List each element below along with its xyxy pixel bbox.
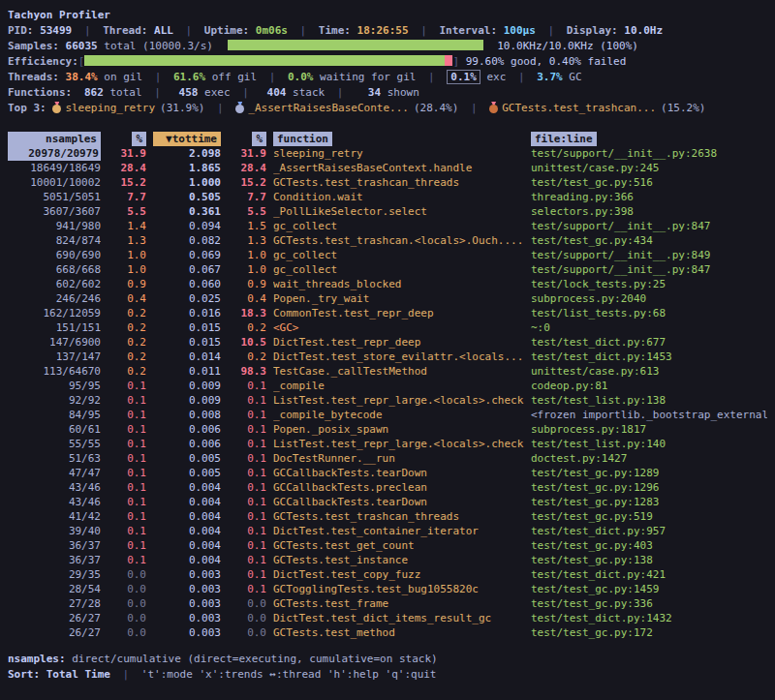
nsamples-value: 84/95 [69,409,101,421]
nsamples-cell: 43/46 [8,495,101,509]
function-cell: GCTests.test_frame [273,596,524,611]
table-row[interactable]: 43/46 0.1 0.004 0.1 GCCallbackTests.tear… [8,495,767,509]
table-row[interactable]: 824/874 1.3 0.082 1.3 GCTests.test_trash… [8,233,767,248]
divider: | [269,71,276,83]
table-row[interactable]: 147/6900 0.2 0.015 10.5 DictTest.test_re… [8,335,767,350]
tottime-pct-cell: 31.9 [228,146,266,161]
sample-pct-cell: 0.2 [108,320,146,335]
table-row[interactable]: 47/47 0.1 0.005 0.1 GCCallbackTests.tear… [8,466,767,480]
nsamples-value: 602/602 [56,278,101,290]
table-row[interactable]: 690/690 1.0 0.069 1.0 gc_collect test/su… [8,248,767,262]
col-function[interactable]: function [273,132,332,146]
tottime-pct-cell: 0.0 [228,596,266,611]
function-cell: CommonTest.test_repr_deep [273,306,524,320]
samples-total-text: total (10000.3/s) [104,40,213,52]
functions-total-label: total [109,86,141,99]
nsamples-value: 10001/10002 [30,176,101,189]
table-row[interactable]: 162/12059 0.2 0.016 18.3 CommonTest.test… [8,306,767,320]
fileline-cell: test/test_dict.py:1432 [531,611,767,625]
sample-pct-cell: 1.0 [108,248,146,262]
sample-pct-cell: 0.1 [108,495,146,509]
function-cell: GCTests.test_method [273,625,524,640]
nsamples-value: 3607/3607 [43,205,101,218]
thread-value[interactable]: ALL [154,24,173,37]
table-row[interactable]: 10001/10002 15.2 1.000 15.2 GCTests.test… [8,175,767,190]
table-row[interactable]: 20978/20979 31.9 2.098 31.9 sleeping_ret… [8,146,767,161]
col-fileline[interactable]: file:line [531,132,597,146]
table-row[interactable]: 92/92 0.1 0.009 0.1 ListTest.test_repr_l… [8,393,767,408]
col-tottime[interactable]: ▼tottime [153,132,221,146]
table-row[interactable]: 84/95 0.1 0.008 0.1 _compile_bytecode <f… [8,408,767,422]
legend-line: nsamples: direct/cumulative (direct=exec… [8,652,767,667]
nsamples-cell: 92/92 [8,393,101,408]
table-row[interactable]: 246/246 0.4 0.025 0.4 Popen._try_wait su… [8,291,767,306]
functions-exec-value: 458 [172,85,198,101]
sample-pct-cell: 0.1 [108,553,146,567]
table-row[interactable]: 26/27 0.0 0.003 0.0 GCTests.test_method … [8,625,767,640]
table-row[interactable]: 26/27 0.0 0.003 0.0 DictTest.test_dict_i… [8,611,767,625]
tottime-pct-cell: 1.5 [228,219,266,233]
tottime-cell: 1.865 [153,161,221,175]
nsamples-cell: 84/95 [8,408,101,422]
col-nsamples[interactable]: nsamples [8,132,101,146]
sort-label: Sort: [8,668,40,681]
fileline-cell: test/test_gc.py:1296 [531,480,767,495]
table-row[interactable]: 29/35 0.0 0.003 0.1 DictTest.test_copy_f… [8,567,767,582]
col-sample-pct[interactable]: % [132,132,146,146]
display-value: 10.0Hz [624,24,663,37]
table-row[interactable]: 668/668 1.0 0.067 1.0 gc_collect test/su… [8,262,767,277]
table-row[interactable]: 36/37 0.1 0.004 0.1 GCTests.test_instanc… [8,553,767,567]
sample-pct-cell: 0.0 [108,611,146,625]
table-row[interactable]: 36/37 0.1 0.004 0.1 GCTests.test_get_cou… [8,538,767,553]
nsamples-cell: 137/147 [8,350,101,364]
nsamples-cell: 151/151 [8,320,101,335]
table-row[interactable]: 43/46 0.1 0.004 0.1 GCCallbackTests.prec… [8,480,767,495]
sample-pct-cell: 0.0 [108,625,146,640]
fileline-cell: test/test_gc.py:516 [531,175,767,190]
nsamples-value: 5051/5051 [43,191,101,203]
table-row[interactable]: 3607/3607 5.5 0.361 5.5 _PollLikeSelecto… [8,204,767,219]
table-row[interactable]: 18649/18649 28.4 1.865 28.4 _AssertRaise… [8,161,767,175]
table-row[interactable]: 39/40 0.1 0.004 0.1 DictTest.test_contai… [8,524,767,538]
nsamples-value: 27/28 [69,597,101,610]
function-cell: _compile_bytecode [273,408,524,422]
table-row[interactable]: 55/55 0.1 0.006 0.1 ListTest.test_repr_l… [8,437,767,451]
tottime-pct-cell: 10.5 [228,335,266,350]
col-tottime-pct[interactable]: % [252,132,266,146]
fileline-cell: unittest/case.py:245 [531,161,767,175]
samples-rate: 10.0KHz/10.0KHz (100%) [497,40,638,52]
table-row[interactable]: 41/42 0.1 0.004 0.1 GCTests.test_trashca… [8,509,767,524]
tottime-cell: 0.060 [153,277,221,291]
sample-pct-cell: 0.1 [108,466,146,480]
tottime-cell: 0.025 [153,291,221,306]
table-row[interactable]: 95/95 0.1 0.009 0.1 _compile codeop.py:8… [8,379,767,393]
table-row[interactable]: 602/602 0.9 0.060 0.9 wait_threads_block… [8,277,767,291]
function-cell: _AssertRaisesBaseContext.handle [273,161,524,175]
fileline-cell: test/support/__init__.py:2638 [531,146,767,161]
table-row[interactable]: 151/151 0.2 0.015 0.2 <GC> ~:0 [8,320,767,335]
samples-bar-fill [228,40,483,50]
fileline-cell: subprocess.py:2040 [531,291,767,306]
nsamples-cell: 602/602 [8,277,101,291]
fileline-cell: ~:0 [531,320,767,335]
table-row[interactable]: 5051/5051 7.7 0.505 7.7 Condition.wait t… [8,190,767,204]
divider: | [123,668,130,681]
nsamples-value: 137/147 [56,350,101,363]
table-row[interactable]: 28/54 0.0 0.003 0.1 GCTogglingTests.test… [8,582,767,596]
tottime-pct-cell: 0.0 [228,625,266,640]
table-row[interactable]: 51/63 0.1 0.005 0.1 DocTestRunner.__run … [8,451,767,466]
tottime-cell: 0.014 [153,350,221,364]
table-row[interactable]: 27/28 0.0 0.003 0.0 GCTests.test_frame t… [8,596,767,611]
fileline-cell: test/test_gc.py:336 [531,596,767,611]
top-function-3-pct: (15.2%) [661,102,705,114]
table-row[interactable]: 60/61 0.1 0.006 0.1 Popen._posix_spawn s… [8,422,767,437]
nsamples-value: 28/54 [69,583,101,595]
function-cell: _compile [273,379,524,393]
legend-text: direct/cumulative (direct=executing, cum… [72,653,438,665]
table-row[interactable]: 137/147 0.2 0.014 0.2 DictTest.test_stor… [8,350,767,364]
divider: | [518,71,525,83]
table-row[interactable]: 113/64670 0.2 0.011 98.3 TestCase._callT… [8,364,767,379]
uptime-label: Uptime: [204,24,249,37]
nsamples-value: 941/980 [56,220,101,232]
table-row[interactable]: 941/980 1.4 0.094 1.5 gc_collect test/su… [8,219,767,233]
